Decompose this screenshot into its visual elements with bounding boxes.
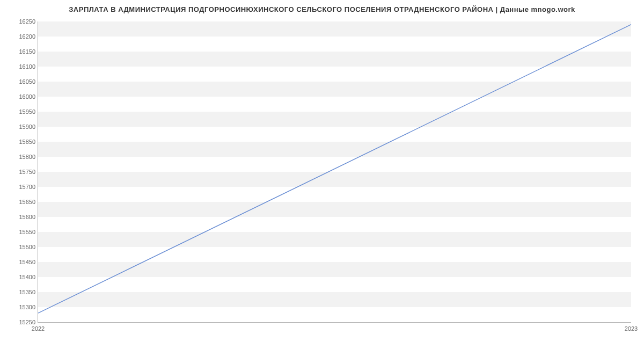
y-tick-label: 15600 <box>11 214 35 220</box>
y-tick-label: 16250 <box>11 18 35 25</box>
y-tick-label: 15350 <box>11 289 35 295</box>
y-tick-label: 15750 <box>11 169 35 175</box>
y-tick-label: 15450 <box>11 259 35 265</box>
series-line <box>38 25 631 314</box>
y-tick-label: 15700 <box>11 184 35 190</box>
x-tick-label: 2023 <box>625 325 638 332</box>
y-tick-label: 15300 <box>11 304 35 310</box>
plot-area: 1525015300153501540015450155001555015600… <box>38 21 631 322</box>
y-tick-label: 16200 <box>11 33 35 40</box>
plot-inner: 1525015300153501540015450155001555015600… <box>38 21 631 323</box>
y-tick-label: 16050 <box>11 78 35 85</box>
y-tick-label: 15850 <box>11 139 35 145</box>
y-tick-label: 15950 <box>11 108 35 115</box>
y-tick-label: 15800 <box>11 154 35 160</box>
x-tick-label: 2022 <box>32 325 45 332</box>
y-tick-label: 16100 <box>11 63 35 70</box>
y-tick-label: 16150 <box>11 48 35 55</box>
y-tick-label: 15400 <box>11 274 35 280</box>
chart-container: ЗАРПЛАТА В АДМИНИСТРАЦИЯ ПОДГОРНОСИНЮХИН… <box>0 0 644 349</box>
y-tick-label: 15650 <box>11 199 35 205</box>
line-layer <box>38 21 631 322</box>
y-tick-label: 16000 <box>11 93 35 100</box>
y-tick-label: 15250 <box>11 319 35 325</box>
chart-title: ЗАРПЛАТА В АДМИНИСТРАЦИЯ ПОДГОРНОСИНЮХИН… <box>0 5 644 13</box>
y-tick-label: 15500 <box>11 244 35 250</box>
y-tick-label: 15900 <box>11 123 35 130</box>
y-tick-label: 15550 <box>11 229 35 235</box>
